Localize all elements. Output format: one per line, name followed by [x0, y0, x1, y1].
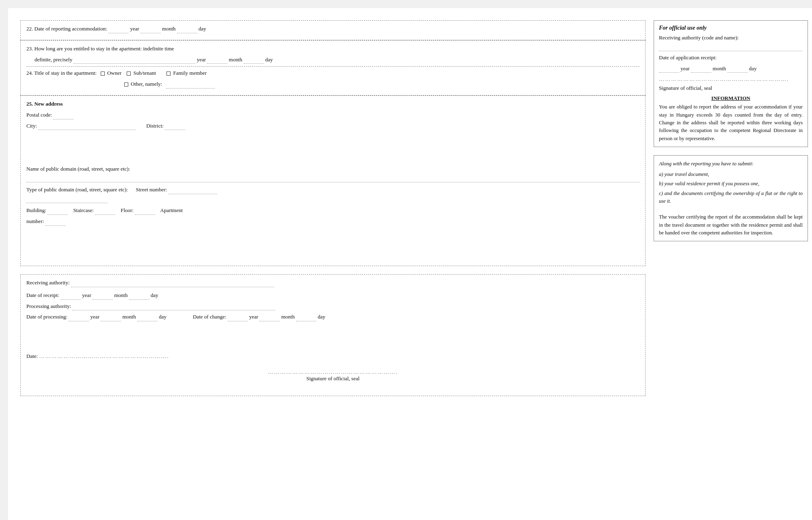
family-member-checkbox[interactable]	[166, 72, 171, 76]
bottom-spacer	[26, 324, 639, 352]
subtenant-label: Sub/tenant	[134, 70, 156, 76]
city-field[interactable]	[38, 124, 136, 130]
left-column: 22. Date of reporting accommodation: yea…	[20, 20, 646, 396]
month-label-23: month	[229, 56, 242, 63]
change-day-field[interactable]	[296, 315, 316, 321]
address-spacer	[26, 132, 639, 165]
submission-item-c: c) and the documents certifying the owne…	[659, 190, 803, 206]
definite-label: definite, precisely	[35, 56, 72, 63]
apartment-label: Apartment	[160, 207, 183, 213]
page: 22. Date of reporting accommodation: yea…	[8, 8, 812, 520]
month-field-23[interactable]	[207, 57, 227, 64]
section-25-title-row: 25. New address	[26, 100, 639, 108]
change-day-label: day	[317, 314, 325, 320]
public-domain-type-field[interactable]	[26, 197, 108, 203]
month-field-22[interactable]	[140, 27, 161, 33]
change-year-field[interactable]	[228, 315, 248, 321]
receiving-authority-label: Receiving authority:	[26, 280, 70, 286]
city-district-row: City: District:	[26, 122, 639, 130]
app-day-field[interactable]	[728, 66, 748, 73]
city-label: City:	[26, 123, 37, 129]
staircase-field[interactable]	[95, 208, 115, 215]
processing-year-field[interactable]	[69, 315, 89, 321]
date-application-label: Date of application receipt:	[659, 54, 803, 62]
section-24-row1: 24. Title of stay in the apartment: Owne…	[26, 69, 639, 78]
street-number-field[interactable]	[168, 188, 217, 194]
section-23-24: 23. How long are you entitled to stay in…	[20, 40, 646, 95]
change-year-label: year	[249, 314, 258, 320]
receipt-month-field[interactable]	[93, 293, 113, 300]
floor-label: Floor:	[121, 207, 134, 213]
official-dots: ……………………………………………………….	[659, 76, 803, 82]
app-day-label: day	[749, 65, 757, 72]
postal-code-label: Postal code:	[26, 112, 52, 118]
official-use-box: For official use only Receiving authorit…	[654, 20, 808, 147]
official-use-title: For official use only	[659, 25, 803, 31]
bottom-signature-block: ………………………………………………………. Signature of offi…	[26, 369, 639, 382]
receipt-day-field[interactable]	[129, 293, 149, 300]
receiving-auth-right-field[interactable]	[659, 45, 803, 51]
district-field[interactable]	[165, 124, 185, 130]
subtenant-checkbox[interactable]	[127, 72, 131, 76]
date-application-fields: year month day	[659, 65, 803, 73]
receiving-authority-row: Receiving authority:	[26, 279, 639, 287]
submission-item-b: b) your valid residence permit if you po…	[659, 180, 803, 188]
section-23-row2: definite, precisely year month day	[26, 56, 639, 64]
definite-period-field[interactable]	[73, 57, 195, 64]
signature-dots: ……………………………………………………….	[26, 369, 639, 375]
date-bottom-row: Date: ……………………………………………………….	[26, 352, 639, 361]
owner-checkbox[interactable]	[101, 72, 105, 76]
building-field[interactable]	[48, 208, 68, 215]
day-field-22[interactable]	[177, 27, 197, 33]
submission-title: Along with the reporting you have to sub…	[659, 160, 803, 168]
receipt-year-field[interactable]	[60, 293, 81, 300]
number-field[interactable]	[45, 219, 66, 226]
date-of-processing-label: Date of processing:	[26, 314, 67, 320]
receipt-day-label: day	[151, 292, 158, 298]
number-row: number:	[26, 217, 639, 226]
processing-month-field[interactable]	[101, 315, 121, 321]
year-label-22: year	[130, 26, 139, 32]
main-layout: 22. Date of reporting accommodation: yea…	[20, 20, 808, 396]
floor-field[interactable]	[135, 208, 155, 215]
public-domain-name-field[interactable]	[26, 176, 639, 182]
signature-label: Signature of official, seal	[26, 375, 639, 382]
receiving-authority-field[interactable]	[71, 281, 274, 287]
public-domain-name-label: Name of public domain (road, street, squ…	[26, 166, 130, 172]
building-staircase-row: Building: Staircase: Floor: Apartment	[26, 206, 639, 215]
sep-23-24	[26, 66, 639, 67]
bottom-form-section: Receiving authority: Date of receipt: ye…	[20, 274, 646, 396]
processing-authority-field[interactable]	[72, 304, 275, 310]
building-label: Building:	[26, 207, 46, 213]
year-field-22[interactable]	[108, 27, 129, 33]
day-field-23[interactable]	[244, 57, 264, 64]
proc-day-label: day	[159, 314, 166, 320]
street-number-label: Street number:	[136, 186, 167, 193]
date-of-change-label: Date of change:	[193, 314, 226, 320]
official-signature-label: Signature of official, seal	[659, 84, 803, 93]
other-checkbox[interactable]	[124, 82, 128, 87]
day-label-22: day	[199, 26, 206, 32]
public-domain-type-label: Type of public domain (road, street, squ…	[26, 186, 128, 193]
section-25: 25. New address Postal code: City: Distr…	[20, 95, 646, 266]
other-padding	[35, 81, 123, 87]
family-member-label: Family member	[173, 70, 207, 76]
other-field[interactable]	[166, 82, 215, 89]
change-month-field[interactable]	[259, 315, 280, 321]
official-dots-text: ……………………………………………………….	[659, 76, 789, 82]
receipt-year-label: year	[82, 292, 91, 298]
app-year-field[interactable]	[659, 66, 679, 73]
public-domain-type-row: Type of public domain (road, street, squ…	[26, 186, 639, 194]
processing-day-field[interactable]	[137, 315, 158, 321]
bottom-section: Receiving authority: Date of receipt: ye…	[20, 274, 646, 396]
processing-authority-row: Processing authority:	[26, 302, 639, 311]
postal-code-row: Postal code:	[26, 111, 639, 119]
app-month-field[interactable]	[691, 66, 711, 73]
section-22-label: 22. Date of reporting accommodation:	[26, 26, 107, 32]
section-25-label: 25. New address	[26, 101, 63, 107]
section-22-row: 22. Date of reporting accommodation: yea…	[26, 25, 639, 33]
date-receipt-row: Date of receipt: year month day	[26, 291, 639, 300]
information-text: You are obliged to report the address of…	[659, 103, 803, 143]
number-label: number:	[26, 218, 44, 224]
postal-code-field[interactable]	[53, 113, 73, 119]
